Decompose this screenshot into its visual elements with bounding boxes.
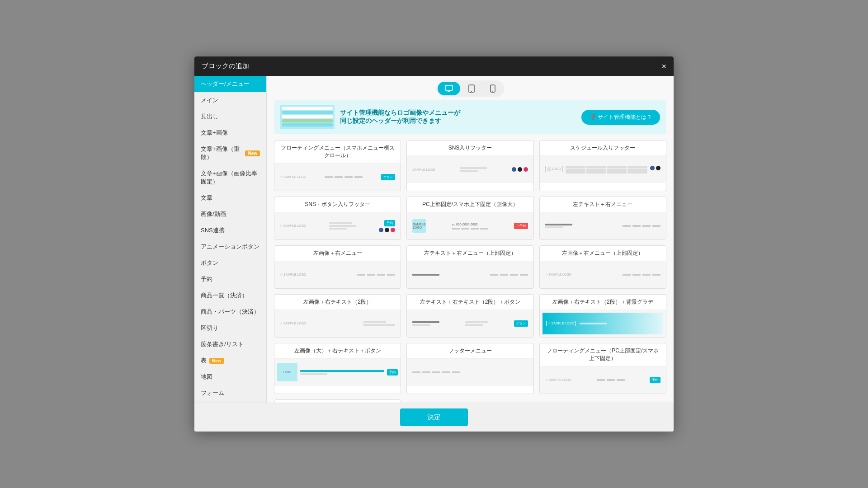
content-area[interactable]: フローティングメニュー（スマホメニュー横スクロール） ☆ SAMPLE LOGO… — [267, 138, 674, 403]
sidebar-item-product-parts[interactable]: 商品・パーツ（決済） — [194, 304, 266, 320]
block-card-title: 左画像＋右メニュー — [274, 246, 401, 261]
device-btn-desktop[interactable] — [438, 82, 460, 95]
block-card-title: 左画像（大）＋右テキスト＋ボタン — [274, 343, 401, 359]
info-banner-button[interactable]: ❓ サイト管理機能とは？ — [581, 110, 660, 125]
svg-point-5 — [492, 91, 493, 92]
block-card-sns-footer[interactable]: SNS入りフッター SAMPLE LOGO — [406, 140, 533, 191]
block-card-left-image-right-menu[interactable]: 左画像＋右メニュー ☆ SAMPLE LOGO — [274, 245, 401, 289]
block-card-preview: ⬜ LOGO — [540, 156, 666, 183]
sidebar-item-text[interactable]: 文章 — [194, 190, 266, 206]
block-card-preview — [540, 212, 666, 239]
sidebar-item-text-image-ratio[interactable]: 文章+画像（画像比率固定） — [194, 165, 266, 190]
sidebar-item-label: 文章+画像 — [201, 129, 228, 137]
sidebar-item-label: 箇条書き/リスト — [201, 340, 244, 348]
sidebar-item-label: SNS連携 — [201, 226, 225, 235]
sidebar-item-header-menu[interactable]: ヘッダー/メニュー — [194, 76, 266, 92]
sidebar-item-label: 商品一覧（決済） — [201, 291, 248, 300]
block-card-title: フッターメニュー — [407, 343, 533, 359]
block-card-title: 左テキスト＋右メニュー（上部固定） — [407, 246, 533, 261]
info-banner-preview-image — [280, 105, 335, 129]
sidebar-item-text-image[interactable]: 文章+画像 — [194, 125, 266, 141]
svg-rect-0 — [445, 85, 453, 90]
block-card-schedule-footer[interactable]: スケジュール入りフッター ⬜ LOGO — [539, 140, 666, 191]
new-badge: New — [209, 358, 224, 364]
close-button[interactable]: × — [661, 62, 666, 70]
block-card-preview: ☆ SAMPLE LOGO 予約 — [540, 366, 666, 394]
svg-point-3 — [471, 91, 472, 92]
device-btn-tablet[interactable] — [461, 82, 482, 95]
sidebar: ヘッダー/メニューメイン見出し文章+画像文章+画像（重敗）New文章+画像（画像… — [194, 76, 267, 403]
confirm-button[interactable]: 決定 — [400, 408, 468, 426]
block-card-left-text-right-text-2-btn[interactable]: 左テキスト＋右テキスト（2段）＋ボタン — [406, 294, 533, 338]
sidebar-item-animation-btn[interactable]: アニメーションボタン — [194, 239, 266, 255]
sidebar-item-product-list[interactable]: 商品一覧（決済） — [194, 287, 266, 304]
sidebar-item-divider[interactable]: 区切り — [194, 320, 266, 336]
info-banner-btn-label: ❓ サイト管理機能とは？ — [590, 113, 652, 121]
sidebar-item-label: 表 — [201, 357, 207, 365]
new-badge: New — [245, 150, 260, 156]
block-card-floating-menu-scroll[interactable]: フローティングメニュー（スマホメニュー横スクロール） ☆ SAMPLE LOGO… — [274, 140, 401, 191]
device-btn-mobile[interactable] — [483, 82, 503, 95]
block-card-preview: SAMPLE LOGO — [407, 156, 533, 183]
block-card-preview: ☆ SAMPLE LOGO 予約 — [274, 212, 401, 239]
block-card-preview: ボタン — [407, 310, 533, 337]
sidebar-item-table[interactable]: 表New — [194, 352, 266, 369]
blocks-grid: フローティングメニュー（スマホメニュー横スクロール） ☆ SAMPLE LOGO… — [274, 140, 666, 403]
block-card-title: 左画像＋右テキスト（2段）＋背景グラデ — [540, 295, 666, 310]
sidebar-item-heading[interactable]: 見出し — [194, 108, 266, 125]
sidebar-item-map[interactable]: 地図 — [194, 369, 266, 385]
block-card-sns-btn-footer[interactable]: SNS・ボタン入りフッター ☆ SAMPLE LOGO 予約 — [274, 197, 401, 240]
block-card-preview: SAMPLELOGO ℡ 000-0000-0000 ご予約 — [407, 212, 533, 239]
block-card-title: PC上部固定/スマホ上下固定（画像大） — [407, 197, 533, 212]
block-card-title: スケジュール入りフッター — [540, 141, 666, 156]
device-bar — [267, 76, 674, 100]
block-card-preview: ☆ SAMPLE LOGO — [274, 261, 401, 288]
block-card-floating-menu-fixed[interactable]: フローティングメニュー（PC上部固定/スマホ上下固定） ☆ SAMPLE LOG… — [539, 343, 666, 394]
block-card-left-image-right-menu-top[interactable]: 左画像＋右メニュー（上部固定） ☆ SAMPLE LOGO — [539, 245, 666, 289]
block-card-preview: ☆ SAMPLE LOGO ボタン — [274, 164, 401, 191]
sidebar-item-label: 文章+画像（画像比率固定） — [201, 169, 260, 186]
sidebar-item-label: ヘッダー/メニュー — [201, 80, 250, 88]
sidebar-item-label: ボタン — [201, 259, 218, 267]
block-card-title: SNS・ボタン入りフッター — [274, 197, 401, 212]
sidebar-item-sns[interactable]: SNS連携 — [194, 222, 266, 239]
block-card-title: 左テキスト＋右メニュー — [540, 197, 666, 212]
block-card-left-image-right-text-2-bg[interactable]: 左画像＋右テキスト（2段）＋背景グラデ ☆ SAMPLE LOGO — [539, 294, 666, 338]
sidebar-item-main[interactable]: メイン — [194, 92, 266, 108]
block-card-title: 左テキスト＋右テキスト（2段）＋ボタン — [407, 295, 533, 310]
sidebar-item-reservation[interactable]: 予約 — [194, 271, 266, 287]
block-card-preview: LOGO 予約 — [274, 359, 401, 386]
sidebar-item-label: 区切り — [201, 324, 218, 332]
block-card-left-image-lg-right-text-btn[interactable]: 左画像（大）＋右テキスト＋ボタン LOGO 予約 — [274, 343, 401, 394]
block-card-title: フローティングメニュー（PC上部固定/スマホ上下固定） — [540, 343, 666, 366]
sidebar-item-label: 地図 — [201, 373, 212, 381]
block-card-footer-menu[interactable]: フッターメニュー — [406, 343, 533, 394]
block-card-preview — [407, 359, 533, 386]
sidebar-item-button[interactable]: ボタン — [194, 255, 266, 271]
sidebar-item-label: 画像/動画 — [201, 210, 226, 218]
sidebar-item-label: 予約 — [201, 275, 212, 283]
modal-title: ブロックの追加 — [202, 62, 249, 70]
sidebar-item-text-image-overlay[interactable]: 文章+画像（重敗）New — [194, 141, 266, 165]
sidebar-item-form[interactable]: フォーム — [194, 385, 266, 401]
sidebar-item-label: アニメーションボタン — [201, 243, 259, 251]
block-card-pc-fixed-lg[interactable]: PC上部固定/スマホ上下固定（画像大） SAMPLELOGO ℡ 000-000… — [406, 197, 533, 240]
block-card-left-image-right-text-2[interactable]: 左画像＋右テキスト（2段） ☆ SAMPLE LOGO — [274, 294, 401, 338]
block-card-floating-header-fixed[interactable]: フローティングヘッダー（PC上部固定/スマホ上下固定） ☆ SAMPLE LOG… — [274, 399, 401, 403]
modal-body: ヘッダー/メニューメイン見出し文章+画像文章+画像（重敗）New文章+画像（画像… — [194, 76, 674, 403]
block-card-preview: ☆ SAMPLE LOGO — [540, 310, 666, 337]
modal: ブロックの追加 × ヘッダー/メニューメイン見出し文章+画像文章+画像（重敗）N… — [194, 56, 674, 432]
block-card-title: 左画像＋右テキスト（2段） — [274, 295, 401, 310]
modal-footer: 決定 — [194, 403, 674, 432]
sidebar-item-image-video[interactable]: 画像/動画 — [194, 206, 266, 222]
sidebar-item-label: 商品・パーツ（決済） — [201, 308, 259, 316]
block-card-left-text-right-menu-top[interactable]: 左テキスト＋右メニュー（上部固定） — [406, 245, 533, 289]
block-card-title: SNS入りフッター — [407, 141, 533, 156]
block-card-preview: ☆ SAMPLE LOGO — [274, 310, 401, 337]
sidebar-item-label: 文章 — [201, 194, 212, 202]
main-area: サイト管理機能ならロゴ画像やメニューが同じ設定のヘッダーが利用できます ❓ サイ… — [267, 76, 674, 403]
sidebar-item-bullet-list[interactable]: 箇条書き/リスト — [194, 336, 266, 352]
sidebar-item-label: 見出し — [201, 113, 218, 121]
block-card-preview — [407, 261, 533, 288]
block-card-left-text-right-menu[interactable]: 左テキスト＋右メニュー — [539, 197, 666, 240]
